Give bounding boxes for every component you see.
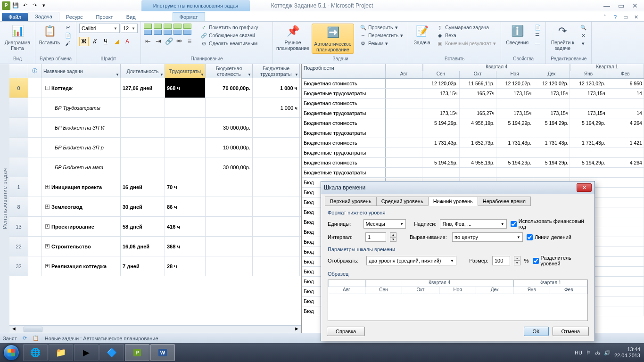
move-button[interactable]: ↔Переместить ▾ [358, 32, 405, 39]
timeline-button[interactable]: — [532, 40, 543, 47]
start-button[interactable] [0, 343, 23, 362]
work-cell[interactable] [165, 138, 206, 157]
tp-cell[interactable] [496, 168, 533, 177]
col-budget-cost[interactable]: Бюджетная стоимость▼ [206, 64, 253, 78]
tray-flag-icon[interactable]: 🏳 [586, 350, 591, 355]
duration-cell[interactable] [121, 138, 165, 157]
tp-cell[interactable]: 12 120,02р. [570, 79, 607, 88]
duration-cell[interactable]: 16 дней [121, 177, 165, 197]
tray-network-icon[interactable]: 🖧 [595, 350, 600, 355]
col-budget-work[interactable]: Бюджетные трудозатраты▼ [253, 64, 300, 78]
work-cell[interactable]: 968 ч [165, 78, 206, 98]
tp-cell[interactable]: 173,15ч [496, 108, 533, 118]
taskbar-ie[interactable]: 🌐 [23, 344, 48, 361]
bwork-cell[interactable] [253, 157, 300, 177]
col-duration[interactable]: Длительность▼ [121, 64, 165, 78]
bold-button[interactable]: Ж [79, 37, 89, 46]
tp-cell[interactable] [386, 108, 422, 118]
tp-cell[interactable]: 9 950 [607, 79, 644, 88]
month-header[interactable]: Фев [607, 71, 644, 78]
bwork-cell[interactable] [253, 197, 300, 216]
col-indicator[interactable]: ⓘ [28, 64, 41, 78]
tp-cell[interactable] [607, 217, 644, 227]
outdent-icon[interactable]: ⇤ [144, 38, 152, 44]
tp-cell[interactable] [496, 148, 533, 157]
taskbar-explorer[interactable]: 📁 [49, 344, 73, 361]
tp-cell[interactable] [533, 148, 570, 157]
tab-task[interactable]: Задача [28, 12, 59, 21]
size-spin-down[interactable]: ▼ [514, 261, 520, 265]
task-row[interactable]: 32+Реализация коттеджа7 дней28 ч [9, 256, 301, 276]
tp-cell[interactable] [386, 118, 422, 128]
deliverable-button[interactable]: ▣Конечный результат ▾ [435, 40, 498, 47]
tp-cell[interactable] [386, 148, 422, 157]
spin-down[interactable]: ▼ [390, 237, 396, 242]
task-row[interactable]: 22+Строительство16,06 дней368 ч [9, 237, 301, 256]
save-icon[interactable]: 💾 [11, 1, 20, 10]
tp-cell[interactable] [460, 148, 496, 157]
tp-cell[interactable]: 165,27ч [460, 108, 496, 118]
fill-color-button[interactable]: ◢ [112, 37, 121, 46]
tp-cell[interactable] [607, 188, 644, 197]
row-number[interactable]: 22 [9, 237, 28, 256]
task-row[interactable]: БР Бюджет на мат30 000,00р. [9, 157, 301, 177]
tp-cell[interactable]: 5 194,29р. [496, 118, 533, 128]
scroll-to-task-button[interactable]: ↷ Перейти к задаче [549, 24, 576, 51]
app-icon[interactable]: P [2, 1, 10, 10]
taskbar-app1[interactable]: 🔷 [99, 344, 124, 361]
tp-cell[interactable]: 173,15ч [422, 108, 459, 118]
col-work[interactable]: Трудозатраты▼ [165, 64, 206, 78]
bcost-cell[interactable] [206, 177, 253, 197]
tp-cell[interactable] [607, 178, 644, 187]
qat-more-icon[interactable]: ▾ [40, 1, 48, 10]
tp-cell[interactable]: 1 731,43р. [422, 138, 459, 148]
respect-links-button[interactable]: 🔗Соблюдение связей [198, 32, 260, 39]
tp-cell[interactable] [570, 128, 607, 138]
bwork-cell[interactable] [253, 177, 300, 197]
tp-cell[interactable]: 173,15ч [570, 108, 607, 118]
paste-button[interactable]: 📋 Вставить [38, 24, 61, 45]
link-icon[interactable]: 🔗 [165, 38, 173, 44]
tp-cell[interactable]: 1 421 [607, 138, 644, 148]
details-button[interactable]: ☰ [532, 32, 543, 39]
tp-cell[interactable]: 1 731,43р. [496, 138, 533, 148]
tp-cell[interactable] [386, 79, 422, 88]
tp-cell[interactable] [607, 148, 644, 157]
bwork-cell[interactable] [253, 256, 300, 276]
font-color-button[interactable]: A [123, 37, 132, 46]
duration-cell[interactable]: 7 дней [121, 256, 165, 276]
tp-cell[interactable]: 173,15ч [570, 89, 607, 98]
tp-cell[interactable] [570, 148, 607, 157]
taskbar-project[interactable]: P [125, 344, 149, 361]
row-number[interactable] [9, 157, 28, 177]
task-name-cell[interactable]: +Строительство [41, 237, 121, 256]
row-number[interactable]: 0 [9, 78, 28, 98]
task-row[interactable]: 0-Коттедж127,06 дней968 ч70 000,00р.1 00… [9, 78, 301, 98]
tp-cell[interactable]: 4 958,19р. [460, 158, 496, 167]
tray-volume-icon[interactable]: 🔊 [604, 350, 611, 356]
tray-clock[interactable]: 13:44 22.04.2013 [614, 346, 640, 359]
tp-cell[interactable] [386, 128, 422, 138]
tp-cell[interactable] [533, 128, 570, 138]
dialog-close-button[interactable]: ✕ [577, 183, 592, 192]
bcost-cell[interactable] [206, 197, 253, 216]
tp-cell[interactable]: 173,15ч [533, 108, 570, 118]
bcost-cell[interactable]: 70 000,00р. [206, 78, 253, 98]
tp-cell[interactable]: 5 194,29р. [570, 158, 607, 167]
col-name[interactable]: Название задачи▼ [41, 64, 121, 78]
duration-cell[interactable] [121, 157, 165, 177]
bcost-cell[interactable] [206, 256, 253, 276]
dlg-tab-middle[interactable]: Средний уровень [376, 197, 429, 206]
help-icon[interactable]: ? [611, 13, 619, 21]
tp-cell[interactable] [386, 168, 422, 177]
task-row[interactable]: БР Трудозатраты1 000 ч [9, 98, 301, 118]
find-button[interactable]: 🔍 [578, 24, 588, 31]
task-row[interactable]: БР Бюджет на ЗП И30 000,00р. [9, 118, 301, 138]
tp-cell[interactable] [386, 138, 422, 148]
mode-button[interactable]: ⚙Режим ▾ [358, 40, 405, 47]
work-cell[interactable]: 28 ч [165, 256, 206, 276]
bwork-cell[interactable]: 1 000 ч [253, 98, 300, 117]
bwork-cell[interactable] [253, 138, 300, 157]
work-cell[interactable]: 416 ч [165, 217, 206, 236]
mark-on-track-button[interactable]: ✓Пометить по графику [198, 24, 260, 31]
